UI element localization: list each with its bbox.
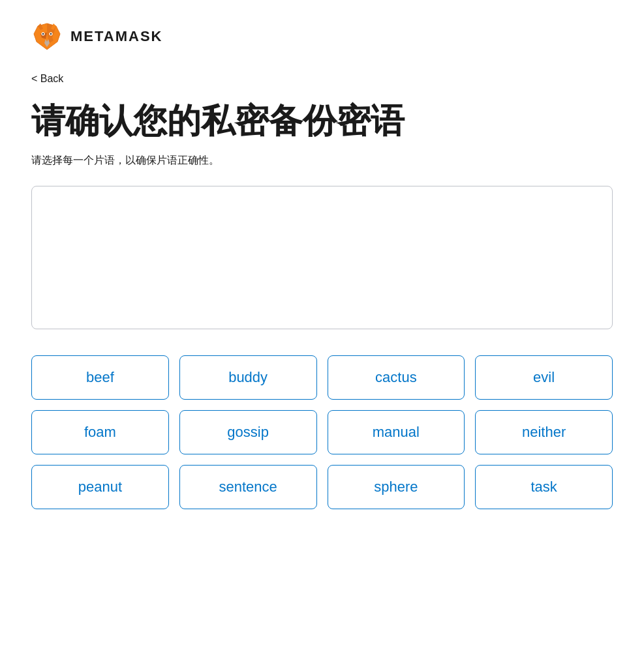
svg-point-13 [50,33,52,35]
word-chip-gossip[interactable]: gossip [179,410,317,454]
word-chip-sphere[interactable]: sphere [328,465,465,509]
app-logo-text: METAMASK [70,28,162,45]
word-chip-beef[interactable]: beef [31,355,169,400]
word-chip-neither[interactable]: neither [475,410,613,454]
word-chip-task[interactable]: task [475,465,613,509]
page-title: 请确认您的私密备份密语 [31,100,613,141]
app-header: METAMASK [31,21,613,52]
word-chip-cactus[interactable]: cactus [328,355,465,400]
word-chip-foam[interactable]: foam [31,410,169,454]
word-grid: beef buddy cactus evil foam gossip manua… [31,355,613,509]
phrase-selection-box [31,186,613,329]
back-button[interactable]: < Back [31,73,63,85]
word-chip-buddy[interactable]: buddy [179,355,317,400]
word-chip-evil[interactable]: evil [475,355,613,400]
page-subtitle: 请选择每一个片语，以确保片语正确性。 [31,154,613,168]
word-chip-manual[interactable]: manual [328,410,465,454]
metamask-logo-icon [31,21,63,52]
word-chip-sentence[interactable]: sentence [179,465,317,509]
svg-point-12 [42,33,44,35]
word-chip-peanut[interactable]: peanut [31,465,169,509]
back-label: < Back [31,73,63,85]
